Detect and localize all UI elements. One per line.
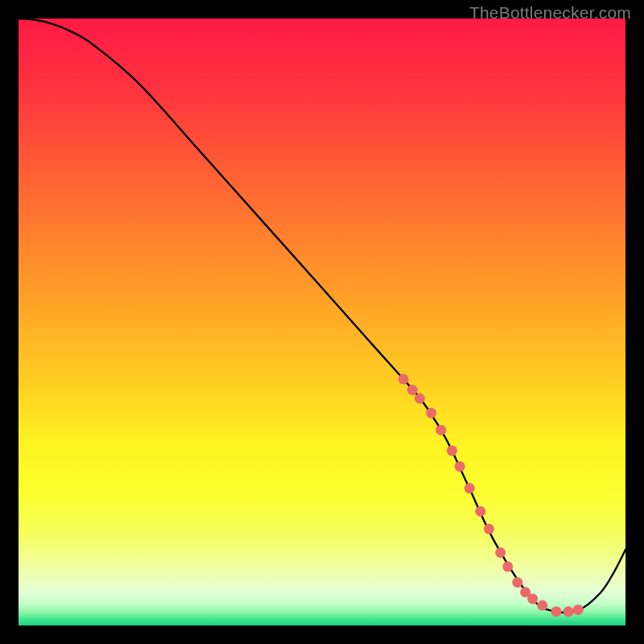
curve-marker — [502, 561, 513, 572]
curve-marker — [495, 547, 506, 558]
curve-marker — [484, 524, 494, 535]
bottleneck-curve — [19, 19, 625, 613]
curve-marker — [415, 394, 425, 404]
curve-marker — [564, 606, 574, 617]
curve-marker — [573, 605, 584, 615]
curve-layer — [19, 19, 625, 625]
curve-marker — [551, 606, 562, 617]
curve-marker — [512, 577, 522, 588]
chart-stage: TheBottlenecker.com — [0, 0, 644, 644]
watermark-text: TheBottlenecker.com — [469, 3, 631, 23]
curve-markers — [398, 374, 584, 617]
curve-marker — [455, 461, 465, 472]
curve-marker — [527, 593, 538, 604]
curve-marker — [436, 425, 446, 436]
curve-marker — [537, 601, 547, 611]
curve-marker — [464, 483, 475, 493]
curve-marker — [398, 374, 409, 384]
curve-marker — [407, 385, 418, 395]
curve-marker — [426, 408, 436, 419]
plot-area — [19, 19, 625, 625]
curve-marker — [447, 445, 457, 456]
curve-marker — [475, 506, 485, 517]
